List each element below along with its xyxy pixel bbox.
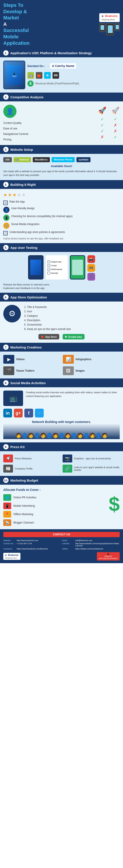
section1-number: 1.: [3, 50, 8, 56]
dollar-sign-big: $: [107, 494, 120, 514]
s4-item-1: ☑ Rate the App: [3, 200, 120, 205]
footer-grid: Website : http://www.brainvire.com Email…: [3, 539, 120, 550]
check-2-3: ✗: [114, 129, 117, 133]
logo-bb: BlackBerry: [33, 157, 50, 162]
section1-title: Application's USP, Platform & Monetizati…: [10, 51, 92, 55]
s7-item-images: 🖼 Images: [63, 366, 120, 375]
s1-phone-mockup: 📱Apps: [3, 61, 25, 89]
title-line7: Application: [3, 40, 30, 46]
mobile-app-badge: 📱MOBILEAPP DEVELOPMENT: [97, 552, 120, 560]
crowd-person-14: 👤: [95, 433, 101, 438]
phone-icons: [99, 23, 120, 35]
s9-item-companyprofile: 📰 Company Profile: [3, 465, 60, 472]
newspaper-icon: 📰: [3, 465, 13, 472]
check-1-4: ✗: [100, 135, 104, 140]
s7-label-videos: Videos: [16, 358, 25, 361]
google-play-badge: ▶ Google play: [63, 334, 85, 339]
phone-icon-2: [106, 23, 114, 35]
s7-label-teasers: Teaser Trailers: [16, 369, 35, 372]
s10-label-offline: Offline Marketing: [13, 513, 33, 516]
mobile-ad-icon: 📱: [3, 502, 11, 509]
check-1-3: ✓: [100, 129, 104, 133]
s2-criteria-4: Pricing: [3, 137, 95, 142]
s6-item-2: 2. Icon: [24, 309, 120, 314]
header-title: Steps To Develop & Market A Successful M…: [3, 2, 99, 46]
s5-screen-1: [30, 260, 41, 275]
section10-number: 10.: [3, 478, 8, 483]
section2-number: 2.: [3, 94, 8, 100]
section8-number: 8.: [3, 380, 8, 385]
linkedin-label: LinkedIn :: [62, 542, 74, 545]
star-1: ★: [3, 192, 7, 197]
app-icon-1: 📸: [87, 255, 95, 263]
s1-decided: Decided On : → A Catchy Name: [28, 63, 120, 70]
s5-phones: ✓ Feature test ✓ UI test ✓ Performance S…: [3, 255, 120, 281]
header-left: Steps To Develop & Market A Successful M…: [3, 2, 99, 46]
s8-description: Creating social media channels and updat…: [26, 391, 120, 406]
s5-check-2: ✓ UI test: [47, 264, 66, 267]
s6-item-3: 3. Category: [24, 314, 120, 318]
check-1-1: ✓: [100, 117, 104, 122]
contact-us-label: CONTACT US: [3, 532, 120, 537]
s5-check-1: ✓ Feature test: [47, 260, 66, 263]
crowd-person-8: 👤: [59, 433, 65, 438]
s8-top: 📺 Creating social media channels and upd…: [3, 391, 120, 406]
section8-title: Social Media Activities: [10, 381, 46, 385]
s2-criteria-1: Content Quality: [3, 121, 95, 125]
brainvire-footer-logo: ► Brainvire Shaping Ideas: [3, 553, 20, 560]
logo-ios: iOS: [3, 157, 12, 162]
facebook-value: https://www.facebook.com/Brainvire: [17, 548, 48, 550]
s1-items: Decided On : → A Catchy Name 🤖 🍎 ⊞ BB $ …: [28, 63, 120, 87]
s5-check-4: Security: [47, 272, 66, 274]
s4-label-4: Social Media Integration: [11, 223, 40, 226]
s9-label-links: Links to your app's website & social med…: [74, 466, 120, 471]
dollar-icon: $: [28, 81, 34, 87]
section2-header: 2. Competitive Analysis: [0, 93, 123, 101]
s6-list: 1. Title & Keywords 2. Icon 3. Category …: [24, 305, 120, 331]
s10-item-blogger: 📡 Blogger Outreach: [3, 519, 107, 526]
s2-criteria-2: Ease of use: [3, 126, 95, 131]
brainvire-logo: ► Brainvire Shaping Ideas: [99, 13, 120, 22]
network-text: Network Building with target customers.: [3, 420, 120, 424]
crowd-person-12: 👤: [83, 433, 89, 438]
crowd-person-5: 🧑: [40, 433, 46, 438]
crowd-person-2: 👤: [22, 433, 28, 438]
s7-label-infographics: Infographics: [76, 358, 91, 361]
rss-icon: 📡: [3, 519, 11, 526]
crowd-person-7: 🧑: [52, 433, 58, 438]
section7-title: Marketing Creatives: [10, 345, 42, 349]
section7-number: 7.: [3, 344, 8, 350]
platform-logos: iOS 🤖 Android BlackBerry Windows Phone s…: [3, 157, 120, 162]
s1-catchy-name: A Catchy Name: [50, 63, 76, 68]
s3-description: Get ready with a website to present your…: [3, 169, 120, 177]
logo-symbian: symbian: [76, 157, 91, 162]
section2-title: Competitive Analysis: [10, 95, 43, 99]
s4-note: Call-to-Action buttons to rate the app, …: [3, 237, 120, 240]
title-line5: Successful: [3, 28, 29, 33]
twitter-icon: 🐦: [35, 409, 44, 417]
footer-bottom: ► Brainvire Shaping Ideas 📱MOBILEAPP DEV…: [3, 552, 120, 560]
crowd-row: 🧑 👤 🧑 👤 🧑 👤 🧑 👤 🧑 👤 🧑 👤 🧑 👤 🧑: [15, 433, 108, 438]
linkedin-value: http://www.linkedin.com/company/brainvir…: [75, 542, 120, 547]
video-play-icon: ▶: [3, 355, 14, 364]
rocket-icon-you: 🚀: [98, 105, 107, 116]
phone-screen-3: [116, 25, 119, 29]
title-line6: Mobile: [3, 34, 19, 39]
star-4: ★: [17, 192, 21, 197]
section5-number: 5.: [3, 245, 8, 250]
footer-email: Email : info@brainvire.com: [62, 539, 120, 541]
section4-header: 4. Building It Right: [0, 180, 123, 189]
email-label: Email :: [62, 539, 74, 541]
section8-header: 8. Social Media Activities: [0, 378, 123, 387]
s4-item-5: ☐ Understanding app store policies & agr…: [3, 230, 120, 236]
s9-label-pressreleases: Press Releases: [15, 457, 32, 460]
s5-app-icons: 📸 🎮 🎵: [87, 255, 95, 281]
check-2-2: ✗: [114, 123, 117, 128]
gear-icon: ⚙: [3, 305, 21, 322]
s5-check-3: ✓ Performance: [47, 268, 66, 271]
s5-desc1: Release the Beta version to selected use…: [3, 283, 120, 286]
s2-criteria-3: Navigational Controls: [3, 132, 95, 136]
crowd-person-4: 👤: [34, 433, 40, 438]
s5-checkbox-1: ✓: [47, 260, 50, 263]
s2-right: 🚀 ✓ ✓ ✓ ✗ 🚀 ✓ ✗ ✗ ✓: [98, 105, 120, 142]
